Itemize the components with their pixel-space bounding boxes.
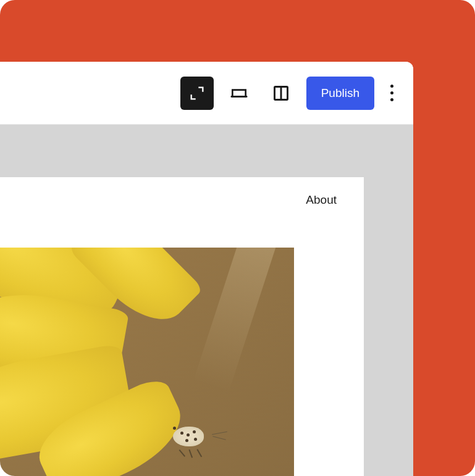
kebab-dot-icon xyxy=(390,98,393,101)
editor-window: Publish About xyxy=(0,62,413,476)
fullscreen-button[interactable] xyxy=(180,77,214,110)
panel-icon xyxy=(272,85,290,102)
options-menu-button[interactable] xyxy=(383,77,401,109)
editor-toolbar: Publish xyxy=(0,62,413,125)
page-navigation: About xyxy=(0,177,364,223)
desktop-preview-button[interactable] xyxy=(222,77,256,110)
page-preview[interactable]: About xyxy=(0,177,364,476)
laptop-icon xyxy=(229,83,249,103)
nav-link-about[interactable]: About xyxy=(306,193,337,207)
fullscreen-icon xyxy=(188,85,206,102)
kebab-dot-icon xyxy=(390,85,393,88)
beetle xyxy=(173,427,216,451)
kebab-dot-icon xyxy=(390,91,393,94)
sidebar-toggle-button[interactable] xyxy=(264,77,298,110)
hero-image[interactable] xyxy=(0,248,294,476)
app-frame: Publish About xyxy=(0,0,475,476)
publish-button[interactable]: Publish xyxy=(306,77,374,110)
editor-canvas: About xyxy=(0,125,413,476)
